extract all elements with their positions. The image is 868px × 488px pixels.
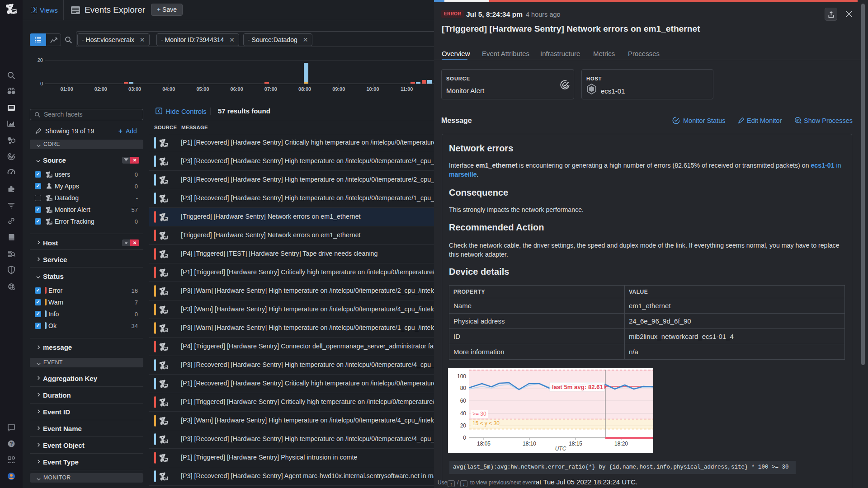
svg-text:80: 80 bbox=[460, 385, 467, 391]
svg-text:0: 0 bbox=[463, 435, 466, 441]
svg-text:40: 40 bbox=[460, 410, 467, 417]
svg-text:20: 20 bbox=[460, 422, 467, 429]
svg-text:18:20: 18:20 bbox=[614, 441, 628, 447]
svg-text:>= 30: >= 30 bbox=[472, 411, 486, 417]
svg-text:15 < y < 30: 15 < y < 30 bbox=[472, 420, 500, 427]
svg-text:100: 100 bbox=[457, 373, 466, 380]
svg-text:60: 60 bbox=[460, 398, 467, 404]
svg-text:18:05: 18:05 bbox=[477, 441, 491, 447]
svg-text:18:15: 18:15 bbox=[569, 441, 582, 447]
svg-text:?: ? bbox=[10, 441, 13, 446]
svg-text:UTC: UTC bbox=[555, 446, 566, 452]
svg-text:last 5m avg: 82.61: last 5m avg: 82.61 bbox=[552, 384, 603, 390]
svg-text:18:10: 18:10 bbox=[523, 441, 536, 447]
